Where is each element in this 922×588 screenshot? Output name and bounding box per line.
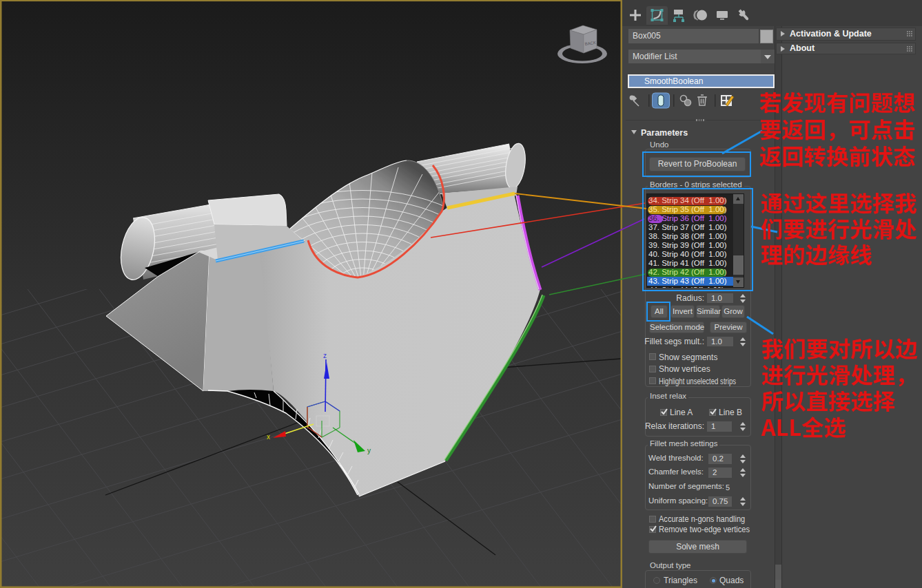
svg-text:y: y [367, 447, 371, 454]
svg-text:z: z [323, 352, 327, 359]
svg-text:x: x [267, 433, 270, 441]
